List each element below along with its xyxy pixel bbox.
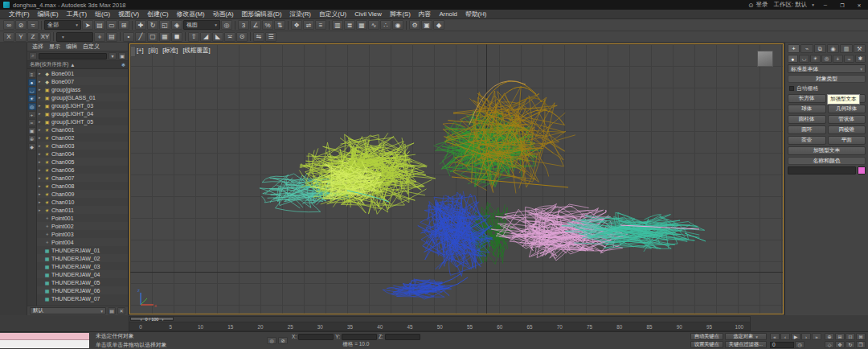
scene-explorer-row[interactable]: ▦THUNDERJAW_04 — [37, 270, 128, 278]
create-geometry-icon[interactable]: ● — [788, 55, 798, 63]
object-type-button[interactable]: 球体 — [788, 105, 826, 113]
scene-explorer-row[interactable]: ▸☀Chan005 — [37, 158, 128, 166]
restrict-y-axis-icon[interactable]: Y — [15, 32, 27, 42]
orbit-icon[interactable]: ↻ — [845, 341, 855, 348]
object-type-button[interactable]: 四棱锥 — [828, 125, 866, 134]
expand-arrow-icon[interactable]: ▸ — [39, 135, 43, 140]
display-spacewarps-filter-icon[interactable]: ≈ — [28, 119, 36, 126]
frozen-column-icon[interactable]: ❄ — [121, 62, 125, 68]
angle-snap-icon[interactable]: ∠ — [250, 20, 261, 30]
edit-poly-border-icon[interactable]: ▢ — [147, 32, 158, 42]
explorer-menu-编辑[interactable]: 编辑 — [63, 43, 80, 51]
autogrid-checkbox[interactable] — [789, 86, 794, 91]
scene-explorer-row[interactable]: ▦THUNDERJAW_07 — [37, 294, 128, 302]
listener-field[interactable] — [0, 340, 89, 348]
target-weld-icon[interactable]: ⊙ — [236, 32, 248, 42]
object-type-button[interactable]: 几何球体 — [828, 105, 866, 113]
use-pivot-point-icon[interactable]: ◎ — [221, 20, 232, 30]
expand-arrow-icon[interactable]: ▸ — [39, 127, 43, 132]
expand-arrow-icon[interactable]: ▸ — [39, 143, 43, 148]
viewport-layout-tabs[interactable] — [130, 46, 136, 57]
menu-item[interactable]: 修改器(M) — [173, 10, 209, 18]
create-new-layer-icon[interactable]: ＋ — [94, 32, 105, 42]
expand-arrow-icon[interactable]: ▸ — [39, 151, 43, 156]
render-setup-icon[interactable]: ⚙ — [409, 20, 420, 30]
rendered-frame-window-icon[interactable]: ▣ — [421, 20, 432, 30]
expand-arrow-icon[interactable]: ▸ — [39, 191, 43, 196]
object-type-button[interactable]: 加强型文本 — [788, 146, 866, 155]
expand-arrow-icon[interactable]: ▸ — [39, 119, 43, 124]
key-filters-button[interactable]: 关键点过滤器... — [725, 341, 767, 348]
zoom-extents-all-icon[interactable]: ⊠ — [856, 333, 866, 340]
window-crossing-icon[interactable]: ⊞ — [118, 20, 129, 30]
set-key-button[interactable]: 设置关键点 — [690, 341, 723, 348]
expand-arrow-icon[interactable]: ▸ — [39, 199, 43, 204]
timeline-tick[interactable]: 75 — [587, 324, 592, 330]
create-helpers-icon[interactable]: + — [833, 55, 843, 63]
object-type-button[interactable]: 管状体 — [828, 115, 866, 124]
viewport-shading-label[interactable]: [标准] — [162, 47, 178, 55]
chamfer-tool-icon[interactable]: ◣ — [212, 32, 223, 42]
create-lights-icon[interactable]: ☀ — [810, 55, 821, 63]
scene-explorer-row[interactable]: ▸▣group[LIGHT_03 — [37, 101, 128, 109]
display-bones-filter-icon[interactable]: ◆ — [28, 143, 36, 150]
model-cable-orange[interactable] — [476, 81, 536, 121]
create-shapes-icon[interactable]: ◡ — [799, 55, 809, 63]
auto-key-button[interactable]: 自动关键点 — [690, 333, 723, 340]
coordinate-field[interactable] — [342, 334, 377, 340]
timeline-tick[interactable]: 15 — [227, 324, 233, 330]
display-xrefs-filter-icon[interactable]: ⊕ — [28, 135, 36, 142]
explorer-menu-显示[interactable]: 显示 — [47, 43, 63, 51]
object-type-button[interactable]: 圆柱体 — [788, 115, 826, 124]
create-systems-icon[interactable]: ✱ — [855, 55, 866, 63]
frame-forward-arrow[interactable]: › — [162, 317, 163, 322]
render-production-icon[interactable]: ◆ — [433, 20, 444, 30]
expand-arrow-icon[interactable]: ▸ — [39, 183, 43, 188]
display-helpers-filter-icon[interactable]: + — [28, 111, 36, 118]
object-name-field[interactable] — [788, 166, 856, 174]
menu-item[interactable]: Arnold — [435, 10, 461, 18]
model-cluster-leg-blue-foot[interactable] — [383, 279, 452, 299]
scene-explorer-row[interactable]: ▦THUNDERJAW_01 — [37, 246, 128, 254]
menu-item[interactable]: 组(G) — [91, 10, 114, 18]
timeline-tick[interactable]: 60 — [497, 324, 502, 330]
select-object-icon[interactable]: ➤ — [82, 20, 93, 30]
scene-explorer-row[interactable]: ▦THUNDERJAW_02 — [37, 254, 128, 262]
tab-modify[interactable]: ⌁ — [800, 44, 813, 53]
expand-arrow-icon[interactable]: ▸ — [39, 207, 43, 212]
minimize-button[interactable]: ─ — [820, 1, 831, 9]
menu-item[interactable]: 内容 — [415, 10, 436, 18]
scene-explorer-row[interactable]: ▸▣group[glass — [37, 85, 128, 93]
menu-item[interactable]: 渲染(R) — [286, 10, 315, 18]
explorer-menu-选择[interactable]: 选择 — [30, 43, 46, 51]
expand-arrow-icon[interactable]: ▸ — [39, 103, 43, 108]
expand-arrow-icon[interactable]: ▸ — [39, 175, 43, 180]
restrict-x-axis-icon[interactable]: X — [3, 32, 14, 42]
edit-named-selection-sets-icon[interactable]: ❖ — [291, 20, 302, 30]
menu-item[interactable]: 视图(V) — [114, 10, 143, 18]
menu-item[interactable]: Civil View — [350, 10, 386, 18]
timeline-tick[interactable]: 50 — [437, 324, 443, 330]
timeline-tick[interactable]: 45 — [407, 324, 413, 330]
align-icon[interactable]: ≡ — [315, 20, 326, 30]
timeline-tick[interactable]: 70 — [557, 324, 563, 330]
timeline-tick[interactable]: 95 — [706, 324, 712, 330]
current-frame-field[interactable]: 0 — [770, 342, 794, 348]
edit-poly-polygon-icon[interactable]: ▦ — [159, 32, 170, 42]
reference-coordinate-dropdown[interactable]: 视图▾ — [183, 20, 220, 30]
scene-explorer-column-header[interactable]: 名称(按升序排序) ▲ ❄ — [27, 61, 128, 69]
rectangular-selection-region-icon[interactable]: ▭ — [106, 20, 117, 30]
menu-item[interactable]: 编辑(E) — [34, 10, 63, 18]
scene-explorer-row[interactable]: ▸☀Chan011 — [37, 206, 128, 214]
explorer-settings-icon[interactable]: ▾ — [108, 52, 117, 60]
tab-utilities[interactable]: ⚒ — [854, 44, 866, 53]
frame-back-arrow[interactable]: ‹ — [141, 317, 142, 322]
scene-explorer-row[interactable]: ▸☀Chan001 — [37, 125, 128, 133]
edit-poly-vertex-icon[interactable]: • — [123, 32, 134, 42]
coordinate-field[interactable] — [385, 334, 420, 340]
timeline-tick[interactable]: 5 — [169, 324, 172, 330]
extrude-tool-icon[interactable]: ⇧ — [188, 32, 199, 42]
expand-arrow-icon[interactable]: ▸ — [39, 111, 43, 116]
select-and-scale-icon[interactable]: ◱ — [159, 20, 170, 30]
selection-lock-icon[interactable]: ⊘ — [278, 337, 288, 344]
